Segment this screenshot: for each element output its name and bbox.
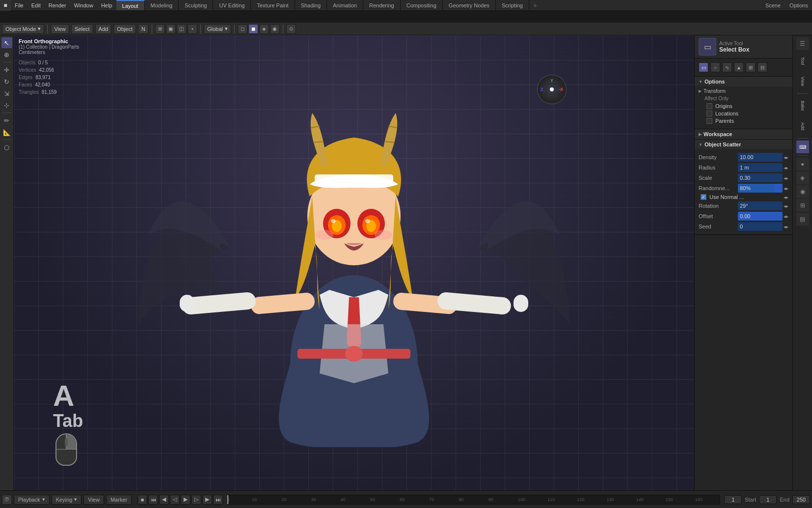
options-button[interactable]: Options xyxy=(785,2,812,8)
r2-btn[interactable]: ◈ xyxy=(796,171,809,184)
view-tab-btn[interactable]: View xyxy=(796,72,809,91)
offset-value[interactable]: 0.00 xyxy=(738,212,783,221)
viewport-icon-4[interactable]: ▪ xyxy=(188,24,197,34)
screencast-btn[interactable]: ⌨ xyxy=(796,141,809,153)
view-menu[interactable]: View xyxy=(51,24,69,34)
rotation-value[interactable]: 29° xyxy=(738,201,783,210)
tab-sculpting[interactable]: Sculpting xyxy=(179,0,213,10)
tool-icon-extra[interactable]: ⊞ xyxy=(746,62,756,72)
global-selector[interactable]: Global ▾ xyxy=(204,24,231,34)
tab-add[interactable]: + xyxy=(529,1,541,9)
origins-checkbox[interactable] xyxy=(706,103,712,109)
prev-frame-btn[interactable]: ◀ xyxy=(159,495,169,505)
density-arrow[interactable]: ◂▸ xyxy=(784,155,788,160)
viewport-icon-3[interactable]: ◫ xyxy=(177,24,187,34)
scale-tool[interactable]: ⇲ xyxy=(1,88,12,99)
options-header[interactable]: ▼ Options xyxy=(695,77,792,86)
tool-icon-extra2[interactable]: ⊟ xyxy=(758,62,767,72)
jump-start-btn[interactable]: ⏮ xyxy=(148,495,158,505)
playback-menu[interactable]: Playback ▾ xyxy=(14,495,50,505)
use-normal-arrow[interactable]: ◂▸ xyxy=(784,195,788,200)
randomness-value[interactable]: 80% xyxy=(738,184,783,193)
scale-value[interactable]: 0.30 xyxy=(738,173,783,182)
next-frame-btn[interactable]: ▶ xyxy=(202,495,212,505)
gizmo-y-axis[interactable]: Y xyxy=(550,78,553,83)
offset-arrow[interactable]: ◂▸ xyxy=(784,214,788,219)
next-keyframe-btn[interactable]: ▷ xyxy=(191,495,201,505)
rendered-icon[interactable]: ◉ xyxy=(270,24,280,34)
menu-window[interactable]: Window xyxy=(70,0,97,10)
tab-texture-paint[interactable]: Texture Paint xyxy=(251,0,295,10)
tab-geometry-nodes[interactable]: Geometry Nodes xyxy=(443,0,496,10)
randomness-arrow[interactable]: ◂▸ xyxy=(784,186,788,191)
use-normal-checkbox[interactable] xyxy=(701,194,706,200)
tab-uv-editing[interactable]: UV Editing xyxy=(213,0,251,10)
add-btn[interactable]: Add xyxy=(796,116,809,136)
object-menu[interactable]: Object xyxy=(113,24,136,34)
parents-checkbox[interactable] xyxy=(706,118,712,124)
marker-menu[interactable]: Marker xyxy=(106,495,132,505)
menu-render[interactable]: Render xyxy=(45,0,70,10)
density-value[interactable]: 10.00 xyxy=(738,153,783,162)
rotate-tool[interactable]: ↻ xyxy=(1,76,12,87)
locations-checkbox[interactable] xyxy=(706,111,712,116)
object-mode-selector[interactable]: Object Mode ▾ xyxy=(2,24,44,34)
radius-value[interactable]: 1 m xyxy=(738,163,783,172)
tool-icon-circle[interactable]: ○ xyxy=(710,62,720,72)
r4-btn[interactable]: ⊞ xyxy=(796,199,809,212)
transform-tool[interactable]: ⊹ xyxy=(1,100,12,111)
r5-btn[interactable]: ▤ xyxy=(796,213,809,226)
material-icon[interactable]: ◈ xyxy=(259,24,269,34)
add-menu[interactable]: Add xyxy=(95,24,112,34)
item-tab-btn[interactable]: ☰ xyxy=(796,37,809,50)
tab-animation[interactable]: Animation xyxy=(327,0,363,10)
proportional-icon[interactable]: ⊙ xyxy=(286,24,296,34)
menu-file[interactable]: File xyxy=(11,0,27,10)
view-menu-timeline[interactable]: View xyxy=(83,495,104,505)
frame-stop-btn[interactable]: ■ xyxy=(137,495,147,505)
tab-scripting[interactable]: Scripting xyxy=(496,0,529,10)
n-panel[interactable]: N xyxy=(138,24,149,34)
measure-tool[interactable]: 📐 xyxy=(1,127,12,138)
bake-btn[interactable]: Bake xyxy=(796,96,809,115)
keying-menu[interactable]: Keying ▾ xyxy=(52,495,82,505)
transform-header[interactable]: ▶ Transform xyxy=(699,88,788,94)
radius-arrow[interactable]: ◂▸ xyxy=(784,165,788,170)
tab-shading[interactable]: Shading xyxy=(295,0,327,10)
r1-btn[interactable]: ● xyxy=(796,158,809,170)
jump-end-btn[interactable]: ⏭ xyxy=(213,495,223,505)
viewport-gizmo[interactable]: -X Y Z xyxy=(537,75,567,104)
tool-icon-lasso[interactable]: ∿ xyxy=(722,62,732,72)
add-primitive-tool[interactable]: ⬡ xyxy=(1,142,12,153)
select-menu[interactable]: Select xyxy=(71,24,93,34)
start-frame-input[interactable] xyxy=(759,495,777,504)
end-frame-input[interactable] xyxy=(792,495,810,504)
play-btn[interactable]: ▶ xyxy=(181,495,190,505)
current-frame-input[interactable] xyxy=(724,495,742,504)
editor-type-icon[interactable]: ■ xyxy=(0,0,11,11)
tab-layout[interactable]: Layout xyxy=(116,0,145,10)
object-scatter-header[interactable]: ▼ Object Scatter xyxy=(695,140,792,149)
menu-edit[interactable]: Edit xyxy=(27,0,45,10)
prev-keyframe-btn[interactable]: ◁ xyxy=(170,495,180,505)
viewport[interactable]: Front Orthographic (1) Collection | Drag… xyxy=(14,35,694,490)
viewport-icon-1[interactable]: ⊞ xyxy=(155,24,165,34)
seed-value[interactable]: 0 xyxy=(738,222,783,231)
tab-compositing[interactable]: Compositing xyxy=(401,0,443,10)
r3-btn[interactable]: ◉ xyxy=(796,185,809,198)
scale-arrow[interactable]: ◂▸ xyxy=(784,175,788,181)
tab-modeling[interactable]: Modeling xyxy=(145,0,179,10)
seed-arrow[interactable]: ◂▸ xyxy=(784,224,788,229)
tab-rendering[interactable]: Rendering xyxy=(363,0,401,10)
tool-icon-tweak[interactable]: ▲ xyxy=(734,62,744,72)
tool-tab-btn[interactable]: Tool xyxy=(796,51,809,71)
wireframe-icon[interactable]: ◻ xyxy=(238,24,247,34)
viewport-icon-2[interactable]: ▣ xyxy=(166,24,176,34)
gizmo-x-axis[interactable]: -X xyxy=(559,87,563,92)
timeline-editor-icon[interactable]: ⏱ xyxy=(2,495,12,505)
gizmo-z-axis[interactable]: Z xyxy=(541,87,543,92)
menu-help[interactable]: Help xyxy=(97,0,116,10)
rotation-arrow[interactable]: ◂▸ xyxy=(784,203,788,209)
select-tool[interactable]: ↖ xyxy=(1,37,12,48)
tool-icon-select[interactable]: ▭ xyxy=(699,62,708,72)
